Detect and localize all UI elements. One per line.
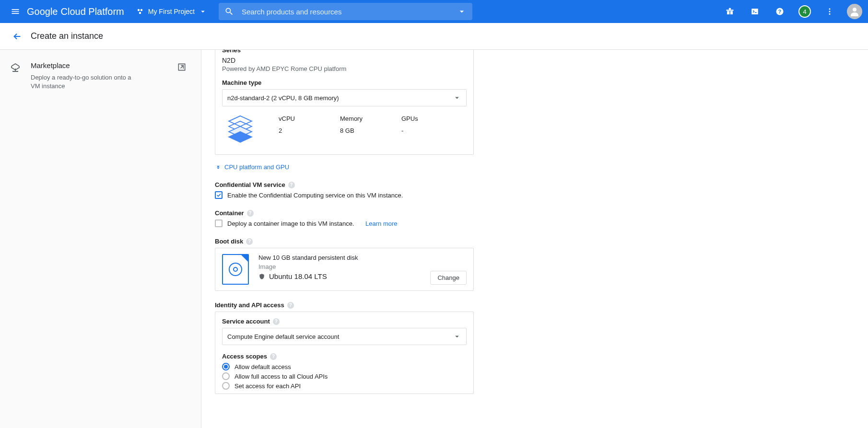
service-account-value: Compute Engine default service account: [227, 333, 339, 340]
confidential-label: Confidential VM service ?: [215, 181, 474, 188]
service-account-label: Service account ?: [222, 318, 467, 325]
boot-image-label: Image: [258, 263, 421, 270]
svg-point-1: [141, 9, 143, 12]
help-icon[interactable]: ?: [246, 238, 253, 245]
gcp-logo-google: Google: [27, 6, 58, 17]
left-panel: Marketplace Deploy a ready-to-go solutio…: [0, 50, 201, 428]
scope-each-label: Set access for each API: [235, 382, 301, 390]
series-value: N2D: [222, 57, 467, 64]
machine-config-box: Series N2D Powered by AMD EPYC Rome CPU …: [215, 50, 474, 155]
help-icon[interactable]: ?: [270, 353, 277, 360]
help-icon[interactable]: ?: [288, 182, 295, 188]
scope-full-label: Allow full access to all Cloud APIs: [235, 373, 328, 380]
project-selector[interactable]: My First Project: [136, 7, 207, 16]
memory-value: 8 GB: [340, 127, 378, 134]
chevron-double-down-icon: [215, 164, 222, 171]
svg-point-7: [829, 11, 831, 12]
svg-text:?: ?: [778, 9, 781, 14]
shield-icon: [258, 273, 265, 280]
scope-default-label: Allow default access: [235, 363, 291, 370]
confidential-check-label: Enable the Confidential Computing servic…: [227, 192, 403, 199]
gcp-logo-cp: Cloud Platform: [61, 6, 124, 17]
search-bar[interactable]: [219, 3, 472, 20]
boot-disk-label: Boot disk ?: [215, 238, 474, 245]
svg-point-0: [138, 9, 140, 12]
open-external-icon[interactable]: [176, 61, 188, 73]
svg-point-6: [829, 8, 831, 10]
memory-header: Memory: [340, 115, 378, 122]
confidential-checkbox[interactable]: [215, 191, 223, 199]
boot-disk-icon: [222, 254, 249, 285]
marketplace-icon: [8, 61, 23, 74]
page-header: Create an instance: [0, 23, 868, 50]
scope-default-radio[interactable]: [222, 363, 230, 370]
machine-stack-icon: [225, 115, 256, 146]
dropdown-arrow-icon: [453, 93, 461, 102]
container-learn-more-link[interactable]: Learn more: [365, 220, 397, 227]
svg-point-9: [853, 8, 856, 12]
notification-count: 4: [798, 5, 811, 18]
back-arrow-icon[interactable]: [8, 27, 27, 46]
series-sub: Powered by AMD EPYC Rome CPU platform: [222, 65, 467, 72]
boot-disk-box: New 10 GB standard persistent disk Image…: [215, 248, 474, 291]
account-avatar[interactable]: [845, 0, 864, 23]
gcp-logo[interactable]: Google Cloud Platform: [27, 6, 124, 17]
help-icon[interactable]: ?: [287, 302, 294, 309]
notifications-badge[interactable]: 4: [795, 0, 814, 23]
vcpu-header: vCPU: [279, 115, 317, 122]
nav-menu-icon[interactable]: [4, 0, 27, 23]
top-right-icons: ? 4: [720, 0, 864, 23]
cloud-shell-icon[interactable]: [745, 0, 764, 23]
identity-label: Identity and API access ?: [215, 301, 474, 309]
vcpu-value: 2: [279, 127, 317, 134]
search-input[interactable]: [242, 8, 449, 16]
gpu-value: -: [401, 127, 440, 134]
main-panel[interactable]: Series N2D Powered by AMD EPYC Rome CPU …: [201, 50, 868, 428]
identity-box: Service account ? Compute Engine default…: [215, 312, 474, 394]
help-icon[interactable]: ?: [770, 0, 789, 23]
service-account-dropdown[interactable]: Compute Engine default service account: [222, 328, 467, 345]
marketplace-desc: Deploy a ready-to-go solution onto a VM …: [31, 73, 136, 91]
container-checkbox[interactable]: [215, 220, 223, 227]
top-bar: Google Cloud Platform My First Project ?…: [0, 0, 868, 23]
help-icon[interactable]: ?: [273, 318, 280, 325]
gpu-header: GPUs: [401, 115, 440, 122]
gift-icon[interactable]: [720, 0, 739, 23]
page-title: Create an instance: [31, 31, 103, 41]
project-name: My First Project: [148, 8, 195, 15]
boot-change-button[interactable]: Change: [430, 271, 467, 285]
container-label: Container ?: [215, 209, 474, 217]
cpu-platform-expand[interactable]: CPU platform and GPU: [215, 163, 474, 171]
scope-each-radio[interactable]: [222, 382, 230, 390]
chevron-down-icon[interactable]: [457, 7, 467, 16]
boot-os-name: Ubuntu 18.04 LTS: [269, 272, 327, 280]
cpu-platform-label: CPU platform and GPU: [224, 163, 289, 171]
dropdown-arrow-icon: [199, 7, 207, 16]
access-scopes-label: Access scopes ?: [222, 353, 467, 360]
search-icon: [224, 7, 234, 16]
container-check-label: Deploy a container image to this VM inst…: [227, 220, 354, 227]
svg-point-8: [829, 13, 831, 15]
svg-point-2: [139, 12, 141, 14]
scope-full-radio[interactable]: [222, 372, 230, 380]
boot-disk-title: New 10 GB standard persistent disk: [258, 254, 421, 261]
dropdown-arrow-icon: [453, 332, 461, 341]
more-vert-icon[interactable]: [820, 0, 839, 23]
series-label: Series: [222, 50, 467, 54]
svg-rect-3: [751, 9, 758, 14]
machine-type-label: Machine type: [222, 79, 467, 86]
marketplace-title[interactable]: Marketplace: [31, 61, 136, 69]
machine-type-value: n2d-standard-2 (2 vCPU, 8 GB memory): [227, 94, 339, 102]
machine-stats: vCPU 2 Memory 8 GB GPUs -: [222, 106, 467, 149]
machine-type-dropdown[interactable]: n2d-standard-2 (2 vCPU, 8 GB memory): [222, 89, 467, 106]
help-icon[interactable]: ?: [247, 210, 254, 217]
